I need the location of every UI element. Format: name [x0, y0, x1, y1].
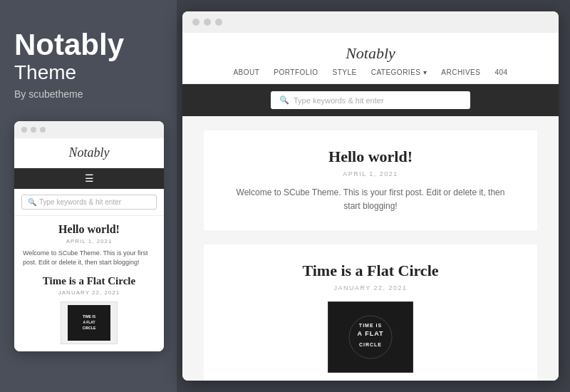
blog-area: Hello world! APRIL 1, 2021 Welcome to SC… [182, 116, 559, 381]
svg-text:TIME IS: TIME IS [83, 314, 96, 319]
mobile-dot-1 [21, 127, 27, 133]
desktop-dot-1 [192, 19, 200, 26]
desktop-post2-card: Time is a Flat Circle JANUARY 22, 2021 T… [204, 244, 537, 381]
nav-portfolio[interactable]: PORTFOLIO [274, 68, 318, 76]
mobile-site-title: Notably [21, 145, 157, 160]
mobile-post2-thumbnail: TIME IS A FLAT CIRCLE [61, 301, 118, 344]
desktop-site-header: Notably ABOUT PORTFOLIO STYLE CATEGORIES… [182, 33, 559, 84]
mobile-dot-3 [40, 127, 46, 133]
mobile-post2-date: JANUARY 22, 2021 [23, 289, 155, 296]
svg-text:A FLAT: A FLAT [83, 320, 95, 324]
mobile-search-input[interactable]: 🔍 Type keywords & hit enter [21, 195, 157, 210]
desktop-browser-bar [182, 11, 559, 33]
mobile-search-placeholder: Type keywords & hit enter [39, 198, 121, 206]
svg-text:TIME IS: TIME IS [359, 323, 382, 328]
nav-style[interactable]: STYLE [332, 68, 356, 76]
left-panel: Notably Theme By scubetheme Notably ☰ 🔍 … [0, 0, 177, 392]
desktop-post2-title: Time is a Flat Circle [232, 262, 509, 280]
desktop-dot-3 [215, 19, 222, 26]
desktop-search-section: 🔍 Type keywords & hit enter [182, 84, 559, 116]
mobile-post2-title: Time is a Flat Circle [23, 275, 155, 287]
mobile-mockup: Notably ☰ 🔍 Type keywords & hit enter He… [14, 121, 164, 351]
desktop-search-box[interactable]: 🔍 Type keywords & hit enter [271, 91, 470, 109]
mobile-content: Hello world! APRIL 1, 2021 Welcome to SC… [14, 216, 164, 351]
nav-404[interactable]: 404 [494, 68, 507, 76]
mobile-search-bar: 🔍 Type keywords & hit enter [14, 189, 164, 216]
svg-text:CIRCLE: CIRCLE [359, 342, 382, 347]
mobile-browser-bar [14, 121, 164, 138]
desktop-post1-card: Hello world! APRIL 1, 2021 Welcome to SC… [204, 130, 537, 230]
mobile-post1-title: Hello world! [23, 223, 155, 236]
theme-title: Notably [14, 29, 162, 61]
mobile-nav-bar: ☰ [14, 168, 164, 189]
desktop-search-placeholder: Type keywords & hit enter [294, 96, 384, 105]
desktop-dot-2 [204, 19, 211, 26]
svg-text:CIRCLE: CIRCLE [83, 326, 96, 330]
mobile-post1-excerpt: Welcome to SCube Theme. This is your fir… [23, 249, 155, 267]
mobile-search-icon: 🔍 [28, 198, 36, 206]
nav-archives[interactable]: ARCHIVES [441, 68, 480, 76]
hamburger-icon[interactable]: ☰ [85, 172, 94, 185]
right-panel: Notably ABOUT PORTFOLIO STYLE CATEGORIES… [177, 0, 570, 392]
desktop-post1-title: Hello world! [232, 148, 509, 166]
theme-title-block: Notably Theme By scubetheme [14, 29, 162, 121]
nav-categories[interactable]: CATEGORIES ▾ [371, 68, 428, 76]
desktop-search-icon: 🔍 [279, 96, 289, 105]
theme-subtitle: Theme [14, 61, 162, 84]
desktop-post1-date: APRIL 1, 2021 [232, 170, 509, 177]
desktop-browser: Notably ABOUT PORTFOLIO STYLE CATEGORIES… [182, 11, 559, 381]
mobile-site-header: Notably [14, 138, 164, 168]
desktop-content: Notably ABOUT PORTFOLIO STYLE CATEGORIES… [182, 33, 559, 381]
mobile-dot-2 [31, 127, 36, 133]
desktop-post1-excerpt: Welcome to SCube Theme. This is your fir… [232, 186, 509, 213]
desktop-post2-date: JANUARY 22, 2021 [232, 284, 509, 292]
desktop-site-title: Notably [197, 44, 544, 63]
theme-author: By scubetheme [14, 88, 162, 100]
desktop-post2-thumbnail: TIME IS A FLAT CIRCLE [328, 301, 413, 373]
mobile-post1-date: APRIL 1, 2021 [23, 238, 155, 244]
nav-about[interactable]: ABOUT [233, 68, 259, 76]
desktop-nav: ABOUT PORTFOLIO STYLE CATEGORIES ▾ ARCHI… [197, 68, 544, 83]
svg-text:A FLAT: A FLAT [358, 330, 384, 337]
